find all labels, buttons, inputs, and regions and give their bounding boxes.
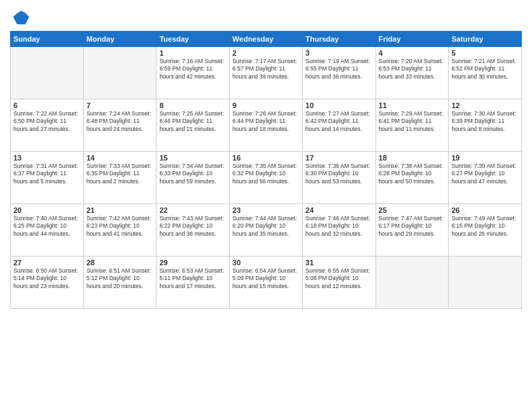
day-cell: 4Sunrise: 7:20 AM Sunset: 6:53 PM Daylig… (375, 47, 449, 99)
day-cell: 8Sunrise: 7:25 AM Sunset: 6:46 PM Daylig… (157, 99, 230, 152)
day-number: 8 (159, 101, 226, 109)
day-cell: 28Sunrise: 6:51 AM Sunset: 5:12 PM Dayli… (83, 257, 157, 309)
day-cell: 7Sunrise: 7:24 AM Sunset: 6:48 PM Daylig… (83, 99, 157, 152)
day-info: Sunrise: 7:25 AM Sunset: 6:46 PM Dayligh… (159, 110, 226, 133)
day-info: Sunrise: 7:16 AM Sunset: 6:59 PM Dayligh… (159, 58, 226, 81)
day-info: Sunrise: 7:49 AM Sunset: 6:15 PM Dayligh… (451, 215, 519, 238)
day-number: 7 (87, 101, 154, 109)
day-cell: 16Sunrise: 7:35 AM Sunset: 6:32 PM Dayli… (230, 152, 303, 204)
day-number: 23 (232, 206, 300, 214)
day-info: Sunrise: 6:51 AM Sunset: 5:12 PM Dayligh… (87, 267, 154, 290)
day-number: 20 (13, 206, 81, 214)
day-info: Sunrise: 7:34 AM Sunset: 6:33 PM Dayligh… (159, 163, 226, 185)
day-number: 17 (306, 154, 373, 162)
day-cell: 12Sunrise: 7:30 AM Sunset: 6:39 PM Dayli… (449, 99, 522, 152)
day-info: Sunrise: 7:42 AM Sunset: 6:23 PM Dayligh… (87, 215, 154, 238)
day-info: Sunrise: 7:39 AM Sunset: 6:27 PM Dayligh… (451, 163, 519, 185)
day-cell: 9Sunrise: 7:26 AM Sunset: 6:44 PM Daylig… (230, 99, 303, 152)
day-info: Sunrise: 7:46 AM Sunset: 6:18 PM Dayligh… (306, 215, 373, 238)
day-info: Sunrise: 7:31 AM Sunset: 6:37 PM Dayligh… (13, 163, 81, 185)
day-info: Sunrise: 7:21 AM Sunset: 6:52 PM Dayligh… (451, 58, 519, 81)
day-cell: 6Sunrise: 7:22 AM Sunset: 6:50 PM Daylig… (11, 99, 84, 152)
day-cell: 25Sunrise: 7:47 AM Sunset: 6:17 PM Dayli… (375, 204, 449, 257)
day-info: Sunrise: 7:22 AM Sunset: 6:50 PM Dayligh… (13, 110, 81, 133)
day-cell: 2Sunrise: 7:17 AM Sunset: 6:57 PM Daylig… (230, 47, 303, 99)
svg-marker-0 (13, 11, 30, 24)
day-number: 14 (87, 154, 154, 162)
day-info: Sunrise: 7:43 AM Sunset: 6:22 PM Dayligh… (159, 215, 226, 238)
day-number: 11 (379, 101, 446, 109)
day-cell (449, 257, 522, 309)
day-info: Sunrise: 7:17 AM Sunset: 6:57 PM Dayligh… (232, 58, 300, 81)
day-number: 12 (451, 101, 519, 109)
day-info: Sunrise: 7:35 AM Sunset: 6:32 PM Dayligh… (232, 163, 300, 185)
week-row-1: 1Sunrise: 7:16 AM Sunset: 6:59 PM Daylig… (11, 47, 522, 99)
calendar-table: SundayMondayTuesdayWednesdayThursdayFrid… (10, 31, 522, 309)
day-info: Sunrise: 7:40 AM Sunset: 6:25 PM Dayligh… (13, 215, 81, 238)
day-number: 19 (451, 154, 519, 162)
col-header-sunday: Sunday (11, 32, 84, 47)
day-cell: 20Sunrise: 7:40 AM Sunset: 6:25 PM Dayli… (11, 204, 84, 257)
logo (10, 7, 33, 27)
day-number: 21 (87, 206, 154, 214)
day-number: 22 (159, 206, 226, 214)
day-info: Sunrise: 7:30 AM Sunset: 6:39 PM Dayligh… (451, 110, 519, 133)
day-cell: 29Sunrise: 6:53 AM Sunset: 5:11 PM Dayli… (157, 257, 230, 309)
day-info: Sunrise: 6:53 AM Sunset: 5:11 PM Dayligh… (159, 267, 226, 290)
day-number: 6 (13, 101, 81, 109)
day-number: 30 (232, 259, 300, 267)
day-info: Sunrise: 7:33 AM Sunset: 6:35 PM Dayligh… (87, 163, 154, 185)
week-row-4: 20Sunrise: 7:40 AM Sunset: 6:25 PM Dayli… (11, 204, 522, 257)
day-info: Sunrise: 6:54 AM Sunset: 5:09 PM Dayligh… (232, 267, 300, 290)
day-cell (11, 47, 84, 99)
day-cell: 19Sunrise: 7:39 AM Sunset: 6:27 PM Dayli… (449, 152, 522, 204)
day-cell: 15Sunrise: 7:34 AM Sunset: 6:33 PM Dayli… (157, 152, 230, 204)
day-cell: 18Sunrise: 7:38 AM Sunset: 6:28 PM Dayli… (375, 152, 449, 204)
day-cell: 26Sunrise: 7:49 AM Sunset: 6:15 PM Dayli… (449, 204, 522, 257)
day-number: 13 (13, 154, 81, 162)
week-row-3: 13Sunrise: 7:31 AM Sunset: 6:37 PM Dayli… (11, 152, 522, 204)
day-cell: 11Sunrise: 7:29 AM Sunset: 6:41 PM Dayli… (375, 99, 449, 152)
day-cell: 14Sunrise: 7:33 AM Sunset: 6:35 PM Dayli… (83, 152, 157, 204)
day-number: 3 (306, 49, 373, 57)
day-cell: 3Sunrise: 7:19 AM Sunset: 6:55 PM Daylig… (302, 47, 375, 99)
col-header-friday: Friday (375, 32, 449, 47)
col-header-tuesday: Tuesday (157, 32, 230, 47)
col-header-saturday: Saturday (449, 32, 522, 47)
col-header-thursday: Thursday (302, 32, 375, 47)
day-cell: 30Sunrise: 6:54 AM Sunset: 5:09 PM Dayli… (230, 257, 303, 309)
header (10, 7, 522, 27)
header-row: SundayMondayTuesdayWednesdayThursdayFrid… (11, 32, 522, 47)
day-cell: 5Sunrise: 7:21 AM Sunset: 6:52 PM Daylig… (449, 47, 522, 99)
day-cell: 21Sunrise: 7:42 AM Sunset: 6:23 PM Dayli… (83, 204, 157, 257)
day-cell: 1Sunrise: 7:16 AM Sunset: 6:59 PM Daylig… (157, 47, 230, 99)
day-info: Sunrise: 7:26 AM Sunset: 6:44 PM Dayligh… (232, 110, 300, 133)
day-number: 18 (379, 154, 446, 162)
day-info: Sunrise: 7:44 AM Sunset: 6:20 PM Dayligh… (232, 215, 300, 238)
day-cell: 24Sunrise: 7:46 AM Sunset: 6:18 PM Dayli… (302, 204, 375, 257)
day-info: Sunrise: 7:38 AM Sunset: 6:28 PM Dayligh… (379, 163, 446, 185)
day-info: Sunrise: 6:50 AM Sunset: 5:14 PM Dayligh… (13, 267, 81, 290)
day-number: 1 (159, 49, 226, 57)
day-info: Sunrise: 6:55 AM Sunset: 5:08 PM Dayligh… (306, 267, 373, 290)
day-info: Sunrise: 7:36 AM Sunset: 6:30 PM Dayligh… (306, 163, 373, 185)
day-number: 2 (232, 49, 300, 57)
page: SundayMondayTuesdayWednesdayThursdayFrid… (0, 0, 532, 411)
day-info: Sunrise: 7:47 AM Sunset: 6:17 PM Dayligh… (379, 215, 446, 238)
day-number: 4 (379, 49, 446, 57)
day-cell (375, 257, 449, 309)
day-cell: 17Sunrise: 7:36 AM Sunset: 6:30 PM Dayli… (302, 152, 375, 204)
col-header-monday: Monday (83, 32, 157, 47)
day-info: Sunrise: 7:24 AM Sunset: 6:48 PM Dayligh… (87, 110, 154, 133)
day-cell: 23Sunrise: 7:44 AM Sunset: 6:20 PM Dayli… (230, 204, 303, 257)
day-info: Sunrise: 7:27 AM Sunset: 6:42 PM Dayligh… (306, 110, 373, 133)
day-info: Sunrise: 7:29 AM Sunset: 6:41 PM Dayligh… (379, 110, 446, 133)
day-number: 28 (87, 259, 154, 267)
col-header-wednesday: Wednesday (230, 32, 303, 47)
day-cell: 27Sunrise: 6:50 AM Sunset: 5:14 PM Dayli… (11, 257, 84, 309)
day-number: 24 (306, 206, 373, 214)
day-number: 29 (159, 259, 226, 267)
day-info: Sunrise: 7:20 AM Sunset: 6:53 PM Dayligh… (379, 58, 446, 81)
day-number: 25 (379, 206, 446, 214)
day-number: 9 (232, 101, 300, 109)
